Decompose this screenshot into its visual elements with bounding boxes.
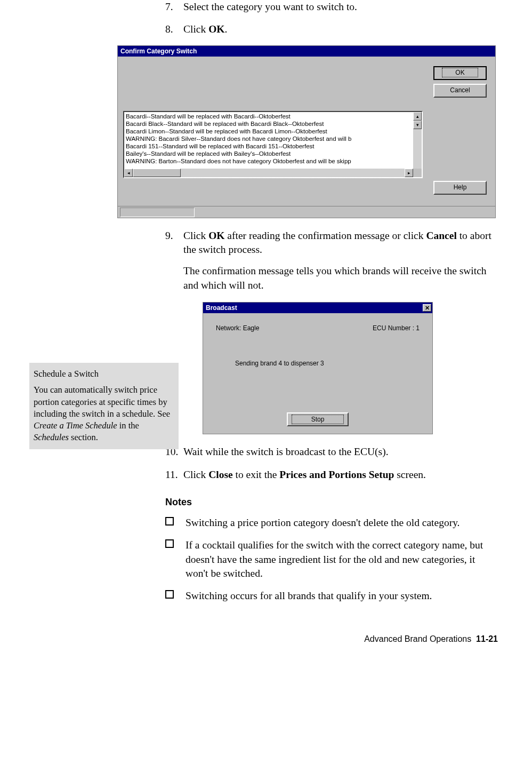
list-item: Bacardi--Standard will be replaced with … bbox=[126, 113, 412, 120]
confirmation-listbox[interactable]: Bacardi--Standard will be replaced with … bbox=[123, 111, 423, 178]
footer-page: 11-21 bbox=[476, 634, 498, 643]
list-item: Bacardi Limon--Standard will be replaced… bbox=[126, 128, 412, 135]
step-8: 8. Click OK. bbox=[165, 22, 500, 36]
ok-button[interactable]: OK bbox=[433, 66, 487, 80]
listbox-content: Bacardi--Standard will be replaced with … bbox=[124, 112, 413, 169]
step-number: 8. bbox=[165, 22, 173, 36]
step-subtext: The confirmation message tells you which… bbox=[183, 264, 500, 292]
cancel-button[interactable]: Cancel bbox=[433, 84, 487, 98]
broadcast-dialog: Broadcast ✕ Network: Eagle ECU Number : … bbox=[203, 302, 433, 434]
sidebar-note: Schedule a Switch You can automatically … bbox=[29, 363, 179, 449]
step-text: Click OK. bbox=[183, 23, 227, 35]
note-item: Switching occurs for all brands that qua… bbox=[165, 589, 500, 603]
scroll-down-icon[interactable]: ▾ bbox=[413, 121, 422, 129]
step-text: Click OK after reading the confirmation … bbox=[183, 230, 491, 255]
close-icon[interactable]: ✕ bbox=[423, 304, 431, 312]
scroll-thumb[interactable] bbox=[133, 169, 181, 177]
sidebar-title: Schedule a Switch bbox=[34, 368, 174, 380]
horizontal-scrollbar[interactable]: ◂ ▸ bbox=[124, 169, 422, 177]
page-footer: Advanced Brand Operations 11-21 bbox=[29, 633, 500, 645]
list-item: Bailey's--Standard will be replaced with… bbox=[126, 150, 412, 157]
checkbox-icon bbox=[165, 517, 174, 526]
broadcast-message: Sending brand 4 to dispenser 3 bbox=[214, 359, 422, 368]
note-item: Switching a price portion category doesn… bbox=[165, 516, 500, 530]
scroll-up-icon[interactable]: ▴ bbox=[413, 112, 422, 121]
note-item: If a cocktail qualifies for the switch w… bbox=[165, 538, 500, 580]
step-number: 7. bbox=[165, 0, 173, 14]
vertical-scrollbar[interactable]: ▴ ▾ bbox=[413, 112, 422, 169]
list-item: Bacardi 151--Standard will be replaced w… bbox=[126, 142, 412, 150]
scroll-right-icon[interactable]: ▸ bbox=[405, 169, 413, 177]
notes-heading: Notes bbox=[165, 496, 500, 508]
footer-section: Advanced Brand Operations bbox=[364, 634, 471, 643]
step-number: 11. bbox=[165, 468, 178, 482]
checkbox-icon bbox=[165, 539, 174, 548]
step-7: 7. Select the category you want to switc… bbox=[165, 0, 500, 14]
list-item: WARNING: Barton--Standard does not have … bbox=[126, 157, 412, 165]
sidebar-body: You can automatically switch price porti… bbox=[34, 384, 174, 443]
list-item: WARNING: Bacardi Silver--Standard does n… bbox=[126, 135, 412, 142]
step-9: 9. Click OK after reading the confirmati… bbox=[165, 229, 500, 292]
stop-button[interactable]: Stop bbox=[287, 412, 349, 426]
scroll-left-icon[interactable]: ◂ bbox=[124, 169, 133, 177]
network-label: Network: Eagle bbox=[216, 324, 259, 332]
step-text: Click Close to exit the Prices and Porti… bbox=[183, 469, 426, 480]
step-11: 11. Click Close to exit the Prices and P… bbox=[165, 468, 500, 482]
dialog-titlebar: Confirm Category Switch bbox=[118, 46, 495, 57]
step-text: Wait while the switch is broadcast to th… bbox=[183, 446, 389, 457]
checkbox-icon bbox=[165, 590, 174, 599]
dialog-title: Broadcast bbox=[206, 304, 237, 312]
list-item: Bacardi Black--Standard will be replaced… bbox=[126, 120, 412, 128]
dialog-titlebar: Broadcast ✕ bbox=[203, 303, 432, 313]
help-button[interactable]: Help bbox=[433, 181, 487, 195]
status-bar bbox=[118, 206, 495, 218]
ecu-number-label: ECU Number : 1 bbox=[373, 324, 420, 332]
step-10: 10. Wait while the switch is broadcast t… bbox=[165, 445, 500, 459]
step-number: 9. bbox=[165, 229, 173, 243]
step-text: Select the category you want to switch t… bbox=[183, 1, 357, 12]
confirm-category-switch-dialog: Confirm Category Switch OK Cancel Help B… bbox=[117, 45, 496, 218]
